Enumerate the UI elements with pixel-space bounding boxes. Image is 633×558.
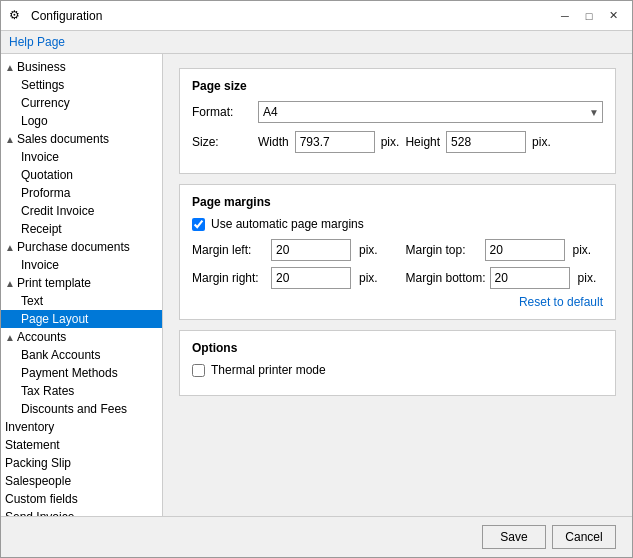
sidebar-item-invoice-sales[interactable]: Invoice [1,148,162,166]
margin-bottom-pix: pix. [578,271,597,285]
sidebar-label-settings: Settings [21,78,64,92]
title-bar-left: ⚙ Configuration [9,8,102,24]
sidebar-label-packing-slip: Packing Slip [5,456,71,470]
sidebar-item-send-invoice[interactable]: Send Invoice [1,508,162,516]
window-title: Configuration [31,9,102,23]
sidebar-item-business[interactable]: ▲ Business [1,58,162,76]
margin-top-field: Margin top: pix. [406,239,604,261]
sidebar-item-purchase-documents[interactable]: ▲ Purchase documents [1,238,162,256]
margin-top-input[interactable] [485,239,565,261]
sidebar-item-page-layout[interactable]: Page Layout [1,310,162,328]
sidebar-label-quotation: Quotation [21,168,73,182]
sidebar-item-settings[interactable]: Settings [1,76,162,94]
sidebar-item-tax-rates[interactable]: Tax Rates [1,382,162,400]
sidebar-item-quotation[interactable]: Quotation [1,166,162,184]
toggle-accounts: ▲ [5,332,17,343]
sidebar-item-salespeople[interactable]: Salespeople [1,472,162,490]
sidebar-label-page-layout: Page Layout [21,312,88,326]
width-input[interactable] [295,131,375,153]
sidebar-item-inventory[interactable]: Inventory [1,418,162,436]
maximize-button[interactable]: □ [578,5,600,27]
margin-bottom-label: Margin bottom: [406,271,486,285]
toggle-purchase: ▲ [5,242,17,253]
bottom-bar: Save Cancel [1,516,632,557]
margin-right-field: Margin right: pix. [192,267,390,289]
thermal-label: Thermal printer mode [211,363,326,377]
minimize-button[interactable]: ─ [554,5,576,27]
format-label: Format: [192,105,252,119]
sidebar-label-invoice-purchase: Invoice [21,258,59,272]
save-button[interactable]: Save [482,525,546,549]
sidebar-item-invoice-purchase[interactable]: Invoice [1,256,162,274]
margin-left-pix: pix. [359,243,378,257]
size-row: Size: Width pix. Height pix. [192,131,603,153]
sidebar-label-salespeople: Salespeople [5,474,71,488]
toggle-print: ▲ [5,278,17,289]
sidebar-label-tax-rates: Tax Rates [21,384,74,398]
close-button[interactable]: ✕ [602,5,624,27]
sidebar-item-statement[interactable]: Statement [1,436,162,454]
options-section: Options Thermal printer mode [179,330,616,396]
margin-right-label: Margin right: [192,271,267,285]
size-label: Size: [192,135,252,149]
sidebar-label-credit-invoice: Credit Invoice [21,204,94,218]
sidebar-label-sales-documents: Sales documents [17,132,109,146]
sidebar-label-payment-methods: Payment Methods [21,366,118,380]
sidebar-label-receipt: Receipt [21,222,62,236]
sidebar-item-credit-invoice[interactable]: Credit Invoice [1,202,162,220]
sidebar-label-business: Business [17,60,66,74]
sidebar-item-text[interactable]: Text [1,292,162,310]
sidebar-item-custom-fields[interactable]: Custom fields [1,490,162,508]
cancel-button[interactable]: Cancel [552,525,616,549]
sidebar-item-logo[interactable]: Logo [1,112,162,130]
window-icon: ⚙ [9,8,25,24]
sidebar-label-discounts-fees: Discounts and Fees [21,402,127,416]
sidebar-item-bank-accounts[interactable]: Bank Accounts [1,346,162,364]
pix-label-1: pix. [381,135,400,149]
toggle-sales: ▲ [5,134,17,145]
main-panel: Page size Format: A4 A5 Letter Legal Cus… [163,54,632,516]
sidebar-item-accounts[interactable]: ▲ Accounts [1,328,162,346]
sidebar-item-currency[interactable]: Currency [1,94,162,112]
margin-bottom-field: Margin bottom: pix. [406,267,604,289]
width-label: Width [258,135,289,149]
page-margins-section: Page margins Use automatic page margins … [179,184,616,320]
thermal-row: Thermal printer mode [192,363,603,377]
margin-grid: Margin left: pix. Margin top: pix. Margi… [192,239,603,289]
margin-bottom-input[interactable] [490,267,570,289]
margin-left-label: Margin left: [192,243,267,257]
sidebar-item-payment-methods[interactable]: Payment Methods [1,364,162,382]
sidebar-label-inventory: Inventory [5,420,54,434]
sidebar-item-discounts-fees[interactable]: Discounts and Fees [1,400,162,418]
sidebar-item-receipt[interactable]: Receipt [1,220,162,238]
sidebar-label-custom-fields: Custom fields [5,492,78,506]
auto-margins-label: Use automatic page margins [211,217,364,231]
margin-right-pix: pix. [359,271,378,285]
thermal-checkbox[interactable] [192,364,205,377]
format-row: Format: A4 A5 Letter Legal Custom ▼ [192,101,603,123]
sidebar-item-proforma[interactable]: Proforma [1,184,162,202]
sidebar-label-statement: Statement [5,438,60,452]
toggle-business: ▲ [5,62,17,73]
auto-margins-row: Use automatic page margins [192,217,603,231]
sidebar-item-print-template[interactable]: ▲ Print template [1,274,162,292]
reset-link[interactable]: Reset to default [192,295,603,309]
margin-top-pix: pix. [573,243,592,257]
sidebar-item-packing-slip[interactable]: Packing Slip [1,454,162,472]
page-margins-title: Page margins [192,195,603,209]
page-size-title: Page size [192,79,603,93]
margin-left-field: Margin left: pix. [192,239,390,261]
margin-left-input[interactable] [271,239,351,261]
format-select[interactable]: A4 A5 Letter Legal Custom [258,101,603,123]
auto-margins-checkbox[interactable] [192,218,205,231]
format-select-wrapper: A4 A5 Letter Legal Custom ▼ [258,101,603,123]
margin-right-input[interactable] [271,267,351,289]
height-label: Height [405,135,440,149]
sidebar-label-currency: Currency [21,96,70,110]
sidebar-item-sales-documents[interactable]: ▲ Sales documents [1,130,162,148]
main-window: ⚙ Configuration ─ □ ✕ Help Page ▲ Busine… [0,0,633,558]
options-title: Options [192,341,603,355]
title-bar: ⚙ Configuration ─ □ ✕ [1,1,632,31]
help-link[interactable]: Help Page [9,35,65,49]
height-input[interactable] [446,131,526,153]
